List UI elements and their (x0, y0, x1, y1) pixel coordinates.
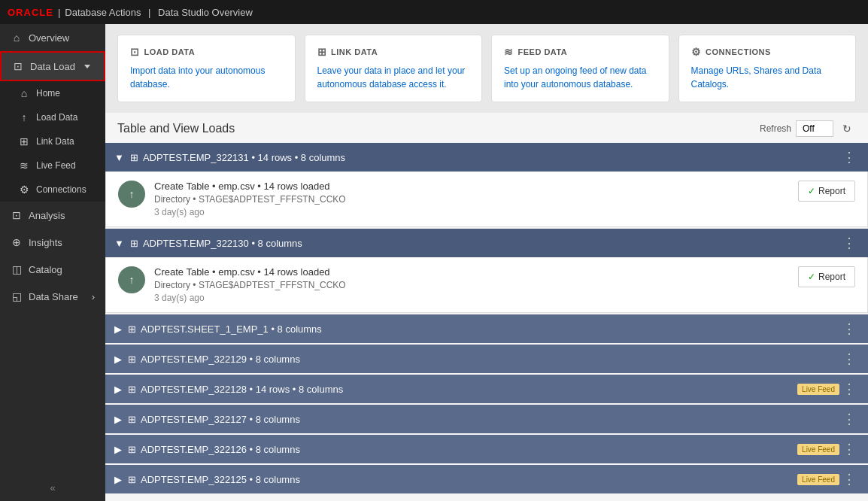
row2-report-button[interactable]: ✓ Report (798, 266, 855, 287)
sidebar-label-connections: Connections (36, 184, 86, 195)
refresh-select[interactable]: Off 5s 10s 30s 60s (796, 120, 833, 137)
row-group-4: ▶ ⊞ ADPTEST.EMP_322129 • 8 columns ⋮ (105, 345, 868, 373)
row1-detail-info: Create Table • emp.csv • 14 rows loaded … (154, 181, 798, 217)
live-feed-icon: ≋ (18, 159, 30, 172)
row3-table-icon: ⊞ (128, 323, 136, 335)
feed-data-card-icon: ≋ (504, 46, 514, 58)
load-data-card-icon: ⊡ (130, 46, 140, 58)
row8-table-icon: ⊞ (128, 474, 136, 485)
row-header-2[interactable]: ▼ ⊞ ADPTEST.EMP_322130 • 8 columns ⋮ (105, 229, 868, 257)
row2-check-icon: ✓ (808, 272, 815, 282)
row2-chevron-icon: ▼ (114, 238, 124, 249)
sidebar-collapse-button[interactable]: « (0, 475, 105, 501)
row8-menu-button[interactable]: ⋮ (839, 471, 859, 487)
row-header-1[interactable]: ▼ ⊞ ADPTEST.EMP_322131 • 14 rows • 8 col… (105, 143, 868, 172)
row6-chevron-icon: ▶ (114, 414, 122, 425)
card-link-data[interactable]: ⊞ LINK DATA Leave your data in place and… (305, 35, 483, 102)
sidebar-item-catalog[interactable]: ◫ Catalog (0, 256, 105, 283)
row2-action: Create Table • emp.csv • 14 rows loaded (154, 266, 798, 278)
row7-live-feed-badge: Live Feed (797, 444, 839, 455)
row3-menu-button[interactable]: ⋮ (839, 320, 859, 337)
sidebar-label-home: Home (36, 88, 60, 99)
row4-menu-button[interactable]: ⋮ (839, 351, 859, 367)
row-header-3[interactable]: ▶ ⊞ ADPTEST.SHEET_1_EMP_1 • 8 columns ⋮ (105, 314, 868, 343)
oracle-wordmark: ORACLE (8, 7, 53, 18)
row-group-2: ▼ ⊞ ADPTEST.EMP_322130 • 8 columns ⋮ ↑ C… (105, 229, 868, 313)
table-header: Table and View Loads Refresh Off 5s 10s … (105, 113, 868, 143)
refresh-label: Refresh (760, 123, 791, 134)
sidebar-item-data-share[interactable]: ◱ Data Share › (0, 283, 105, 310)
oracle-logo-area: ORACLE | Database Actions | Data Studio … (8, 7, 253, 18)
link-data-card-icon: ⊞ (317, 46, 327, 58)
row-group-5: ▶ ⊞ ADPTEST.EMP_322128 • 14 rows • 8 col… (105, 375, 868, 403)
sidebar-label-load-data: Load Data (36, 112, 77, 123)
row6-menu-button[interactable]: ⋮ (839, 411, 859, 427)
sidebar: ⌂ Overview ⊡ Data Load ⌂ Home ↑ Load Dat… (0, 24, 105, 501)
row5-table-icon: ⊞ (128, 384, 136, 395)
card-connections-desc: Manage URLs, Shares and Data Catalogs. (691, 64, 844, 91)
sidebar-label-analysis: Analysis (29, 210, 65, 221)
card-connections-title: ⚙ CONNECTIONS (691, 46, 844, 58)
main-layout: ⌂ Overview ⊡ Data Load ⌂ Home ↑ Load Dat… (0, 24, 868, 501)
row2-directory: Directory • STAGE$ADPTEST_FFFSTN_CCKO (154, 280, 798, 290)
card-feed-data[interactable]: ≋ FEED DATA Set up an ongoing feed of ne… (491, 35, 669, 102)
sidebar-label-overview: Overview (29, 32, 69, 44)
card-load-data[interactable]: ⊡ LOAD DATA Import data into your autono… (117, 35, 296, 102)
row2-detail-info: Create Table • emp.csv • 14 rows loaded … (154, 266, 798, 303)
cards-row: ⊡ LOAD DATA Import data into your autono… (105, 24, 868, 113)
sidebar-item-insights[interactable]: ⊕ Insights (0, 229, 105, 256)
card-load-data-desc: Import data into your autonomous databas… (130, 64, 283, 91)
card-link-data-desc: Leave your data in place and let your au… (317, 64, 470, 91)
topbar: ORACLE | Database Actions | Data Studio … (0, 0, 868, 24)
sidebar-item-link-data[interactable]: ⊞ Link Data (0, 129, 105, 153)
connections-icon: ⚙ (18, 184, 30, 196)
row8-title: ADPTEST.EMP_322125 • 8 columns (141, 474, 791, 485)
topbar-app-name: Database Actions (65, 7, 141, 18)
sidebar-item-home[interactable]: ⌂ Home (0, 81, 105, 105)
content-area: ⊡ LOAD DATA Import data into your autono… (105, 24, 868, 501)
sidebar-item-analysis[interactable]: ⊡ Analysis (0, 202, 105, 229)
row1-report-button[interactable]: ✓ Report (798, 181, 855, 202)
row-header-4[interactable]: ▶ ⊞ ADPTEST.EMP_322129 • 8 columns ⋮ (105, 345, 868, 373)
sidebar-label-data-share: Data Share (29, 291, 78, 302)
row-group-3: ▶ ⊞ ADPTEST.SHEET_1_EMP_1 • 8 columns ⋮ (105, 314, 868, 343)
data-load-icon: ⊡ (12, 60, 24, 72)
row7-menu-button[interactable]: ⋮ (839, 441, 859, 457)
row-header-7[interactable]: ▶ ⊞ ADPTEST.EMP_322126 • 8 columns Live … (105, 435, 868, 463)
row-group-6: ▶ ⊞ ADPTEST.EMP_322127 • 8 columns ⋮ (105, 405, 868, 433)
row2-detail: ↑ Create Table • emp.csv • 14 rows loade… (105, 257, 868, 313)
row-group-1: ▼ ⊞ ADPTEST.EMP_322131 • 14 rows • 8 col… (105, 143, 868, 227)
row1-action: Create Table • emp.csv • 14 rows loaded (154, 181, 798, 192)
row5-live-feed-badge: Live Feed (797, 384, 839, 395)
table-section: Table and View Loads Refresh Off 5s 10s … (105, 113, 868, 501)
data-share-icon: ◱ (11, 290, 23, 302)
home-icon: ⌂ (18, 87, 30, 99)
row2-menu-button[interactable]: ⋮ (839, 235, 859, 251)
row7-table-icon: ⊞ (128, 444, 136, 455)
row-header-6[interactable]: ▶ ⊞ ADPTEST.EMP_322127 • 8 columns ⋮ (105, 405, 868, 433)
sidebar-item-connections[interactable]: ⚙ Connections (0, 178, 105, 202)
topbar-separator: | (58, 7, 60, 18)
connections-card-icon: ⚙ (691, 46, 702, 58)
row1-menu-button[interactable]: ⋮ (839, 149, 859, 165)
sidebar-label-insights: Insights (29, 237, 62, 248)
topbar-page-title: Data Studio Overview (158, 7, 253, 18)
sidebar-item-overview[interactable]: ⌂ Overview (0, 24, 105, 51)
row5-menu-button[interactable]: ⋮ (839, 381, 859, 397)
sidebar-item-data-load[interactable]: ⊡ Data Load (0, 51, 105, 81)
row1-title: ADPTEST.EMP_322131 • 14 rows • 8 columns (143, 152, 839, 163)
sidebar-label-catalog: Catalog (29, 264, 62, 275)
card-connections[interactable]: ⚙ CONNECTIONS Manage URLs, Shares and Da… (678, 35, 857, 102)
row-header-5[interactable]: ▶ ⊞ ADPTEST.EMP_322128 • 14 rows • 8 col… (105, 375, 868, 403)
sidebar-label-link-data: Link Data (36, 136, 74, 147)
row-header-8[interactable]: ▶ ⊞ ADPTEST.EMP_322125 • 8 columns Live … (105, 465, 868, 493)
card-feed-data-title: ≋ FEED DATA (504, 46, 657, 58)
refresh-button[interactable]: ↻ (838, 121, 856, 136)
sidebar-item-live-feed[interactable]: ≋ Live Feed (0, 153, 105, 178)
sidebar-item-load-data[interactable]: ↑ Load Data (0, 105, 105, 129)
row1-check-icon: ✓ (808, 186, 815, 196)
row4-title: ADPTEST.EMP_322129 • 8 columns (141, 354, 839, 365)
row1-time: 3 day(s) ago (154, 207, 798, 217)
row8-chevron-icon: ▶ (114, 474, 122, 485)
row5-chevron-icon: ▶ (114, 384, 122, 395)
